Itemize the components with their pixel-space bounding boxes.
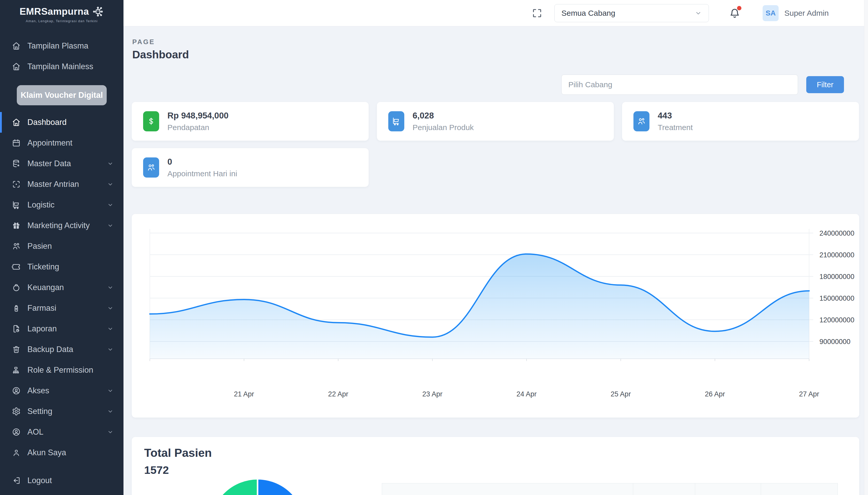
- sidebar-item-label: Logistic: [27, 200, 54, 209]
- stat-card-pendapatan: Rp 948,954,000 Pendapatan: [132, 102, 369, 141]
- svg-text:210000000: 210000000: [819, 251, 854, 259]
- sidebar-item-label: Akun Saya: [27, 448, 66, 457]
- moneybag-icon: [12, 283, 21, 292]
- voucher-claim-button[interactable]: Klaim Voucher Digital: [17, 85, 107, 105]
- sidebar-item-label: Backup Data: [27, 345, 73, 354]
- chevron-down-icon: [107, 160, 114, 167]
- sidebar-item-role-permission[interactable]: Role & Permission: [0, 360, 124, 380]
- chevron-down-icon: [107, 346, 114, 353]
- stat-value: 443: [658, 111, 693, 121]
- branch-select-value: Semua Cabang: [561, 9, 615, 18]
- sidebar-item-ticketing[interactable]: Ticketing: [0, 257, 124, 277]
- svg-text:24 Apr: 24 Apr: [517, 390, 537, 398]
- branch-filter-input[interactable]: [561, 74, 798, 95]
- sidebar-item-akses[interactable]: Akses: [0, 380, 124, 401]
- trash-icon: [12, 345, 21, 354]
- hierarchy-icon: [12, 366, 21, 374]
- sidebar-item-label: Master Antrian: [27, 180, 79, 189]
- sidebar-item-akun-saya[interactable]: Akun Saya: [0, 442, 124, 463]
- fullscreen-icon[interactable]: [531, 8, 542, 19]
- sidebar-item-farmasi[interactable]: Farmasi: [0, 298, 124, 319]
- main-content: PAGE Dashboard Filter Rp 948,954,000 Pen…: [124, 27, 868, 495]
- sidebar: EMRSampurna Aman, Lengkap, Terintegrasi …: [0, 0, 124, 495]
- topbar: Semua Cabang SA Super Admin: [124, 0, 868, 26]
- stat-label: Appointment Hari ini: [167, 169, 237, 178]
- stat-label: Pendapatan: [167, 123, 229, 132]
- gift-icon: [12, 221, 21, 230]
- users-icon: [143, 157, 159, 177]
- sidebar-item-laporan[interactable]: Laporan: [0, 319, 124, 339]
- chevron-down-icon: [107, 181, 114, 188]
- sidebar-item-label: Keuangan: [27, 283, 64, 292]
- chevron-down-icon: [107, 387, 114, 394]
- report-icon: [12, 324, 21, 333]
- svg-text:180000000: 180000000: [819, 273, 854, 280]
- user-icon: [12, 448, 21, 457]
- svg-text:27 Apr: 27 Apr: [799, 390, 819, 398]
- sidebar-item-logout[interactable]: Logout: [0, 470, 124, 491]
- sidebar-item-label: AOL: [27, 427, 44, 437]
- sidebar-item-appointment[interactable]: Appointment: [0, 133, 124, 153]
- filter-button[interactable]: Filter: [806, 76, 844, 93]
- logout-icon: [12, 476, 21, 485]
- pasien-table-header-status: STATUS: [695, 483, 761, 495]
- notifications-button[interactable]: [729, 7, 740, 19]
- sidebar-item-label: Laporan: [27, 324, 57, 334]
- page-eyebrow: PAGE: [132, 38, 189, 46]
- svg-text:26 Apr: 26 Apr: [705, 390, 725, 398]
- stats-grid: Rp 948,954,000 Pendapatan 6,028 Penjuala…: [132, 102, 859, 187]
- chevron-down-icon: [107, 284, 114, 291]
- sidebar-item-dashboard[interactable]: Dashboard: [0, 112, 124, 133]
- sidebar-item-backup-data[interactable]: Backup Data: [0, 339, 124, 360]
- pasien-table-header-pasien: PASIEN: [382, 483, 633, 495]
- stat-card-penjualan-produk: 6,028 Penjualan Produk: [377, 102, 614, 141]
- sidebar-item-master-data[interactable]: Master Data: [0, 153, 124, 174]
- database-icon: [12, 159, 21, 168]
- pasien-table: PASIENRUANGANSTATUSTANGGAL: [382, 483, 838, 495]
- notification-badge: [737, 6, 741, 10]
- home-icon: [12, 41, 21, 50]
- ticket-icon: [12, 262, 21, 271]
- sidebar-item-label: Pasien: [27, 242, 52, 251]
- cart-icon: [388, 111, 404, 131]
- stat-value: 6,028: [412, 111, 474, 121]
- gear-icon: [12, 407, 21, 416]
- brand-block: EMRSampurna Aman, Lengkap, Terintegrasi …: [0, 0, 124, 36]
- chevron-down-icon: [107, 222, 114, 229]
- revenue-area-chart[interactable]: 9000000012000000015000000018000000021000…: [132, 214, 859, 417]
- pharmacy-icon: [12, 304, 21, 312]
- sidebar-item-label: Tampilan Mainless: [27, 62, 93, 71]
- sidebar-item-marketing-activity[interactable]: Marketing Activity: [0, 215, 124, 236]
- svg-text:240000000: 240000000: [819, 229, 854, 237]
- sidebar-item-label: Logout: [27, 476, 52, 485]
- chevron-down-icon: [107, 325, 114, 332]
- stat-card-treatment: 443 Treatment: [622, 102, 859, 141]
- svg-text:120000000: 120000000: [819, 316, 854, 324]
- stat-label: Penjualan Produk: [412, 123, 474, 132]
- users-icon: [634, 111, 650, 131]
- pasien-table-header-row: PASIENRUANGANSTATUSTANGGAL: [382, 483, 838, 495]
- sidebar-nav-top: Tampilan Plasma Tampilan Mainless: [0, 36, 124, 77]
- branch-select[interactable]: Semua Cabang: [554, 4, 709, 22]
- sidebar-item-tampilan-mainless[interactable]: Tampilan Mainless: [0, 56, 124, 77]
- sidebar-item-label: Farmasi: [27, 304, 56, 313]
- brand-name: EMRSampurna: [20, 6, 89, 17]
- page-title: Dashboard: [132, 49, 189, 61]
- revenue-chart-card: 9000000012000000015000000018000000021000…: [132, 214, 859, 417]
- page-scrollbar[interactable]: [864, 0, 868, 495]
- sidebar-item-aol[interactable]: AOL: [0, 422, 124, 442]
- svg-text:22 Apr: 22 Apr: [328, 390, 348, 398]
- scan-icon: [12, 180, 21, 189]
- avatar[interactable]: SA: [763, 5, 779, 21]
- sidebar-item-logistic[interactable]: Logistic: [0, 194, 124, 215]
- pasien-table-header-tanggal: TANGGAL: [761, 483, 838, 495]
- sidebar-item-pasien[interactable]: Pasien: [0, 236, 124, 257]
- pasien-table-header-ruangan: RUANGAN: [633, 483, 695, 495]
- sidebar-item-label: Tampilan Plasma: [27, 41, 88, 51]
- sidebar-item-tampilan-plasma[interactable]: Tampilan Plasma: [0, 36, 124, 56]
- chevron-down-icon: [107, 429, 114, 436]
- sidebar-item-label: Akses: [27, 386, 49, 395]
- sidebar-item-setting[interactable]: Setting: [0, 401, 124, 422]
- sidebar-item-master-antrian[interactable]: Master Antrian: [0, 174, 124, 194]
- sidebar-item-keuangan[interactable]: Keuangan: [0, 277, 124, 298]
